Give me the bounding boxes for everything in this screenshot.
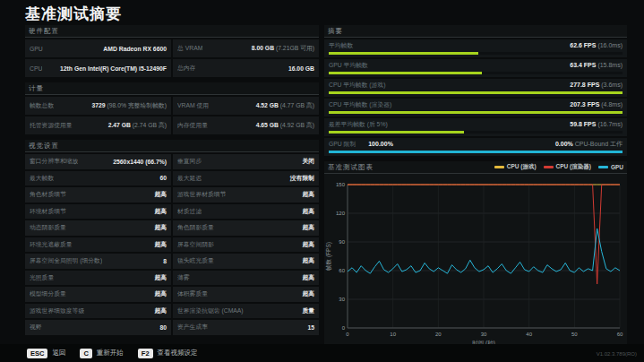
cell-value: 2.47 GB (2.74 GB 高): [108, 121, 167, 130]
info-cell: 游戏世界材质细节超高: [173, 187, 319, 203]
summary-fps-value: 277.8 FPS (3.6ms): [570, 82, 623, 88]
info-cell: 屏幕空间全局照明 (细分数)8: [25, 254, 171, 269]
info-row: 托管资源使用量2.47 GB (2.74 GB 高)内存使用量4.65 GB (…: [25, 116, 319, 134]
summary-row-line: GPU 平均帧数63.4 FPS (15.8ms): [329, 61, 623, 70]
x-tick-label: 50: [571, 332, 578, 337]
summary-row: 平均帧数62.6 FPS (16.0ms): [324, 39, 627, 57]
cell-label: 总 VRAM: [177, 44, 202, 53]
version-label: V1.02.3.789(RO): [597, 351, 637, 357]
cell-label: 最大帧数: [30, 174, 54, 183]
cell-value: 超高: [302, 190, 314, 199]
cell-label: CPU: [30, 65, 42, 72]
cell-value: 关闭: [302, 157, 314, 166]
cell-label: 角色材质细节: [30, 190, 66, 199]
info-cell: 屏幕空间阴影超高: [173, 237, 319, 253]
cell-label: 屏幕空间全局照明 (细分数): [30, 256, 102, 265]
cell-label: 体积雾质量: [177, 289, 208, 298]
info-cell: 垂直同步关闭: [173, 154, 319, 169]
info-cell: 模型细分质量超高: [25, 287, 171, 302]
info-row: 环境材质细节超高材质过滤超高: [25, 204, 319, 220]
summary-metric-label: 最差平均帧数 (后 5%): [329, 120, 388, 129]
chart-plot-area: 03060901201500102030405060时间 (秒)帧数 (FPS): [324, 174, 627, 355]
cell-value: 60: [159, 175, 167, 181]
legend-item: GPU: [598, 164, 623, 170]
cell-label: 资产生成率: [177, 323, 208, 332]
y-tick-label: 120: [336, 211, 346, 216]
summary-bar-fill: [329, 72, 482, 74]
cell-label: 帧数总数: [30, 101, 54, 110]
y-tick-label: 60: [339, 268, 345, 273]
summary-metric-label: CPU 平均帧数 (渲染器): [329, 100, 391, 109]
footer-action-c[interactable]: C重新开始: [80, 349, 123, 358]
cell-value: 超高: [154, 289, 167, 298]
info-cell: 镜头眩光质量超高: [173, 254, 319, 269]
cell-sub-value: (4.92 GB 高): [279, 122, 314, 128]
summary-row-line: CPU 平均帧数 (游戏)277.8 FPS (3.6ms): [329, 81, 623, 90]
keycap-esc: ESC: [27, 349, 47, 358]
y-axis-label: 帧数 (FPS): [325, 242, 332, 271]
summary-bar-track: [329, 111, 623, 114]
chart-title: 基准测试图表: [328, 163, 374, 172]
right-column: 摘要 平均帧数62.6 FPS (16.0ms)GPU 平均帧数63.4 FPS…: [324, 25, 627, 360]
legend-swatch: [544, 166, 554, 168]
summary-metric-label: 平均帧数: [329, 41, 353, 50]
metrics-section-header: 计量: [25, 82, 319, 95]
visual-settings-rows: 窗口分辨率和缩放2560x1440 (66.7%)垂直同步关闭最大帧数60最大延…: [25, 154, 319, 335]
metrics-rows: 帧数总数3729 (98.0% 完整绘制帧数)VRAM 使用4.52 GB (4…: [25, 97, 319, 134]
footer-action-esc[interactable]: ESC返回: [27, 349, 65, 358]
legend-item: CPU (渲染器): [544, 163, 591, 171]
cell-value: 超高: [154, 306, 167, 315]
info-row: 环境光遮蔽质量超高屏幕空间阴影超高: [25, 237, 319, 253]
x-tick-label: 20: [435, 332, 442, 337]
summary-fps-value: 207.3 FPS (4.8ms): [570, 101, 623, 108]
cell-label: 模型细分质量: [30, 289, 66, 298]
cell-label: 薄雾: [177, 273, 190, 282]
cell-value: 超高: [154, 207, 167, 216]
cell-value: 超高: [154, 240, 167, 249]
cell-value: 16.00 GB: [288, 65, 314, 72]
cell-value: 超高: [302, 240, 314, 249]
info-row: 角色材质细节超高游戏世界材质细节超高: [25, 187, 319, 203]
info-cell: 内存使用量4.65 GB (4.92 GB 高): [173, 116, 319, 134]
info-cell: 窗口分辨率和缩放2560x1440 (66.7%): [25, 154, 171, 169]
info-row: 帧数总数3729 (98.0% 完整绘制帧数)VRAM 使用4.52 GB (4…: [25, 97, 319, 115]
cell-label: 总内存: [177, 64, 195, 73]
legend-swatch: [494, 166, 504, 168]
info-cell: 材质过滤超高: [173, 204, 319, 220]
cell-value: 8.00 GB (7.21GB 可用): [252, 44, 314, 53]
cell-value: 超高: [154, 190, 167, 199]
summary-bar-fill: [329, 91, 623, 94]
y-tick-label: 150: [336, 182, 346, 187]
info-cell: 资产生成率15: [173, 320, 319, 335]
info-cell: 游戏世界细致度等级超高: [25, 304, 171, 319]
footer-key-hints: ESC返回C重新开始F2查看视频设定: [27, 349, 198, 358]
summary-row: CPU 平均帧数 (渲染器)207.3 FPS (4.8ms): [324, 99, 627, 116]
cell-label: 内存使用量: [177, 121, 208, 130]
cell-label: 光照质量: [30, 273, 54, 282]
summary-frametime-value: (16.0ms): [597, 42, 623, 48]
summary-row: CPU 平均帧数 (游戏)277.8 FPS (3.6ms): [324, 79, 627, 97]
keycap-f2: F2: [138, 349, 153, 358]
info-cell: GPUAMD Radeon RX 6600: [25, 39, 171, 57]
key-action-label: 重新开始: [97, 349, 124, 358]
y-tick-label: 90: [339, 239, 345, 245]
info-row: 窗口分辨率和缩放2560x1440 (66.7%)垂直同步关闭: [25, 154, 319, 169]
info-cell: 总 VRAM8.00 GB (7.21GB 可用): [173, 39, 319, 57]
summary-bar-track: [329, 52, 623, 55]
cell-label: 游戏世界材质细节: [177, 190, 226, 199]
cell-label: 镜头眩光质量: [177, 256, 214, 265]
y-tick-label: 0: [342, 325, 346, 331]
keycap-c: C: [80, 349, 91, 358]
gpu-bound-bar-fill: [329, 151, 623, 153]
summary-frametime-value: (3.6ms): [601, 82, 623, 88]
cell-label: 环境材质细节: [30, 207, 66, 216]
chart-section: 基准测试图表 CPU (游戏)CPU (渲染器)GPU 030609012015…: [324, 161, 627, 355]
footer-action-f2[interactable]: F2查看视频设定: [138, 349, 198, 358]
info-row: 游戏世界细致度等级超高世界渲染抗锯齿 (CMAA)质量: [25, 304, 319, 319]
info-cell: 世界渲染抗锯齿 (CMAA)质量: [173, 304, 319, 319]
cell-value: 质量: [302, 306, 314, 315]
info-cell: 光照质量超高: [25, 271, 171, 286]
cell-label: 环境光遮蔽质量: [30, 240, 73, 249]
chart-header: 基准测试图表 CPU (游戏)CPU (渲染器)GPU: [324, 161, 627, 174]
cell-label: 窗口分辨率和缩放: [30, 157, 78, 166]
